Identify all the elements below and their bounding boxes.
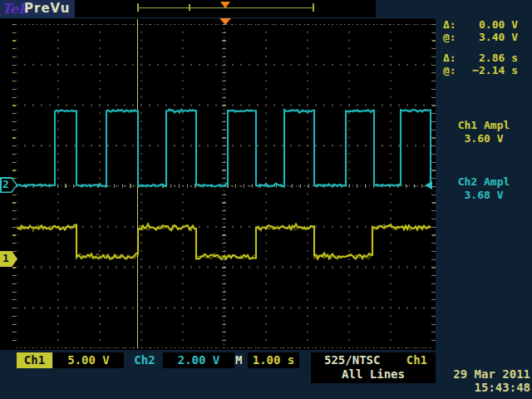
- ch2-ampl-readout: Ch2 Ampl 3.68 V: [436, 175, 532, 202]
- ch2-trace: [17, 109, 431, 187]
- ch1-trace: [17, 224, 431, 259]
- ch2-ampl-label: Ch2 Ampl: [436, 175, 532, 189]
- timebase-readout: 1.00 s: [248, 352, 299, 368]
- trigger-level-icon: [425, 181, 432, 190]
- cursor-delta-t-value: 2.86 s: [479, 52, 518, 64]
- ch1-badge: Ch1: [17, 352, 52, 368]
- cursor-delta-t-label: Δ:: [443, 52, 456, 64]
- trigger-position-icon: [219, 18, 231, 25]
- ch2-scale-readout: 2.00 V: [163, 352, 234, 368]
- channel1-marker-label: 1: [2, 251, 9, 266]
- record-view-cursor-tick: [189, 4, 190, 11]
- record-view-left-bracket: [137, 3, 139, 12]
- acquisition-status: PreVu: [24, 1, 70, 16]
- time-display: 15:43:48: [417, 381, 530, 394]
- logo-box: Tek PreVu: [0, 0, 75, 17]
- channel2-marker-label: 2: [2, 177, 9, 192]
- cursor-at-v-value: 3.40 V: [479, 31, 518, 43]
- datetime-display: 29 Mar 2011 15:43:48: [417, 367, 530, 394]
- ch1-ampl-readout: Ch1 Ampl 3.60 V: [436, 119, 532, 145]
- cursor-at-t-value: −2.14 s: [472, 64, 518, 76]
- waveform-display: 2 1: [0, 17, 436, 350]
- oscilloscope-screen: Tek PreVu 2 1 Δ: 0.0: [0, 0, 532, 399]
- ch2-badge: Ch2: [127, 352, 162, 368]
- cursor-delta-v-value: 0.00 V: [479, 18, 518, 31]
- waveforms-svg: [0, 18, 436, 350]
- ch1-scale-readout: 5.00 V: [53, 352, 124, 368]
- record-view-right-bracket: [313, 3, 314, 12]
- cursor-at-v-row: @: 3.40 V: [436, 31, 532, 43]
- ch1-ampl-label: Ch1 Ampl: [436, 119, 532, 132]
- ch2-trace: [17, 109, 431, 186]
- channel1-marker: 1: [0, 251, 17, 267]
- cursor-at-t-row: @: −2.14 s: [436, 64, 532, 76]
- channel2-marker: 2: [0, 177, 17, 193]
- ch1-ampl-value: 3.60 V: [436, 132, 532, 145]
- cursor-at-t-label: @:: [443, 64, 456, 76]
- record-view-trigger-icon: [220, 2, 230, 8]
- cursor-delta-v-label: Δ:: [443, 18, 456, 31]
- cursor-at-v-label: @:: [443, 31, 456, 43]
- timebase-badge: M: [235, 352, 247, 368]
- cursor-delta-v-row: Δ: 0.00 V: [436, 18, 532, 31]
- cursor-delta-t-row: Δ: 2.86 s: [436, 52, 532, 64]
- ch2-ampl-value: 3.68 V: [436, 189, 532, 202]
- date-display: 29 Mar 2011: [417, 367, 530, 381]
- readout-panel: Δ: 0.00 V @: 3.40 V Δ: 2.86 s @: −2.14 s…: [436, 17, 532, 349]
